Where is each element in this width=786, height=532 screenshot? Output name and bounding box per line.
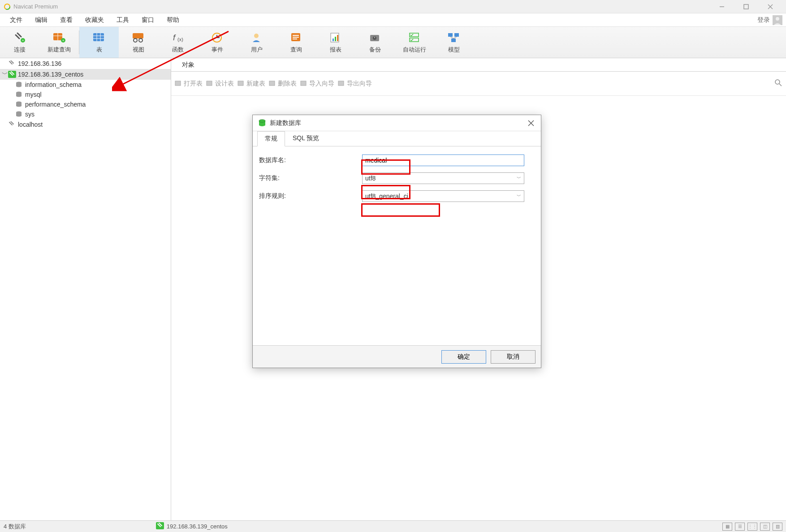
new-table-button[interactable]: 新建表 xyxy=(238,80,265,88)
menu-view[interactable]: 查看 xyxy=(54,14,79,26)
svg-rect-34 xyxy=(333,39,334,41)
search-icon[interactable] xyxy=(774,79,782,88)
dialog-titlebar[interactable]: 新建数据库 xyxy=(253,115,541,131)
window-minimize-icon[interactable] xyxy=(715,0,729,13)
toolbar-label: 新建查询 xyxy=(48,46,71,54)
delete-table-button[interactable]: 删除表 xyxy=(269,80,297,88)
svg-rect-43 xyxy=(454,33,459,37)
connection-item[interactable]: 192.168.36.136 xyxy=(0,58,171,69)
svg-text:+: + xyxy=(62,39,65,43)
svg-rect-20 xyxy=(133,33,143,39)
svg-text:+: + xyxy=(22,39,24,43)
charset-value: utf8 xyxy=(365,175,517,182)
toolbar-automation[interactable]: 自动运行 xyxy=(395,27,434,58)
database-label: mysql xyxy=(25,91,42,98)
menu-favorites[interactable]: 收藏夹 xyxy=(79,14,110,26)
toolbar-label: 备份 xyxy=(369,46,381,54)
menu-window[interactable]: 窗口 xyxy=(135,14,160,26)
object-toolbar: 打开表 设计表 新建表 删除表 导入向导 导出向导 xyxy=(171,72,786,96)
status-db-count: 4 数据库 xyxy=(4,523,26,531)
svg-rect-55 xyxy=(269,81,275,86)
toolbar-table[interactable]: 表 xyxy=(79,27,119,58)
dialog-title: 新建数据库 xyxy=(270,119,527,127)
view-icon xyxy=(132,31,145,44)
collation-select[interactable]: utf8_general_ci ﹀ xyxy=(362,190,524,202)
status-bar: 4 数据库 192.168.36.139_centos ▦ ☰ ⋮⋮ ◫ ▥ xyxy=(0,520,786,532)
view-grid-icon[interactable]: ▦ xyxy=(722,523,732,531)
database-item[interactable]: sys xyxy=(0,109,171,119)
backup-icon xyxy=(368,31,382,44)
open-table-button[interactable]: 打开表 xyxy=(175,80,203,88)
window-close-icon[interactable] xyxy=(764,0,777,13)
view-side-icon[interactable]: ▥ xyxy=(773,523,782,531)
object-tab[interactable]: 对象 xyxy=(171,58,786,72)
view-panel-icon[interactable]: ◫ xyxy=(760,523,770,531)
toolbar-connection[interactable]: + 连接 xyxy=(0,27,39,58)
query-icon xyxy=(289,31,303,44)
svg-rect-53 xyxy=(207,81,212,86)
menu-tools[interactable]: 工具 xyxy=(110,14,135,26)
dialog-close-icon[interactable] xyxy=(527,119,536,128)
connection-label: 192.168.36.136 xyxy=(18,60,61,67)
toolbar-label: 函数 xyxy=(172,46,184,54)
toolbar-label: 视图 xyxy=(133,46,144,54)
svg-point-58 xyxy=(775,80,780,84)
import-wizard-button[interactable]: 导入向导 xyxy=(300,80,334,88)
toolbar-user[interactable]: 用户 xyxy=(237,27,276,58)
dialog-body: 数据库名: 字符集: utf8 ﹀ 排序规则: utf8_general_ci … xyxy=(253,146,541,345)
toolbar-label: 事件 xyxy=(212,46,223,54)
menu-edit[interactable]: 编辑 xyxy=(29,14,54,26)
svg-rect-57 xyxy=(338,81,344,86)
window-maximize-icon[interactable] xyxy=(739,0,753,13)
svg-rect-54 xyxy=(238,81,243,86)
svg-rect-44 xyxy=(451,39,456,42)
dialog-footer: 确定 取消 xyxy=(253,345,541,368)
database-item[interactable]: performance_schema xyxy=(0,99,171,109)
design-table-button[interactable]: 设计表 xyxy=(206,80,234,88)
database-item[interactable]: mysql xyxy=(0,90,171,99)
charset-select[interactable]: utf8 ﹀ xyxy=(362,172,524,184)
svg-rect-32 xyxy=(293,39,297,39)
status-connection: 192.168.36.139_centos xyxy=(167,523,228,530)
user-avatar-icon[interactable] xyxy=(773,15,782,25)
toolbar-query[interactable]: 查询 xyxy=(276,27,316,58)
database-label: performance_schema xyxy=(25,101,86,108)
chevron-down-icon: ﹀ xyxy=(517,193,521,199)
toolbar-label: 模型 xyxy=(448,46,460,54)
table-plus-icon: + xyxy=(52,31,66,44)
toolbar-model[interactable]: 模型 xyxy=(434,27,474,58)
tab-sql-preview[interactable]: SQL 预览 xyxy=(285,131,327,146)
connection-item[interactable]: localhost xyxy=(0,119,171,130)
menu-help[interactable]: 帮助 xyxy=(160,14,186,26)
toolbar-function[interactable]: f(x) 函数 xyxy=(158,27,198,58)
login-link[interactable]: 登录 xyxy=(757,16,770,24)
toolbar-backup[interactable]: 备份 xyxy=(355,27,395,58)
plug-icon xyxy=(8,71,16,78)
menu-file[interactable]: 文件 xyxy=(4,14,29,26)
toolbar-label: 自动运行 xyxy=(403,46,426,54)
clock-icon xyxy=(211,31,224,44)
app-title: Navicat Premium xyxy=(13,3,715,10)
toolbar-view[interactable]: 视图 xyxy=(119,27,158,58)
new-database-dialog: 新建数据库 常规 SQL 预览 数据库名: 字符集: utf8 ﹀ 排序规则: … xyxy=(252,115,541,368)
svg-rect-35 xyxy=(335,37,336,41)
view-detail-icon[interactable]: ⋮⋮ xyxy=(747,523,757,531)
ok-button[interactable]: 确定 xyxy=(441,350,486,364)
report-icon xyxy=(329,31,342,44)
toolbar-new-query[interactable]: + 新建查询 xyxy=(39,27,79,58)
tab-general[interactable]: 常规 xyxy=(257,131,285,146)
toolbar-report[interactable]: 报表 xyxy=(316,27,355,58)
connection-item-active[interactable]: ﹀ 192.168.36.139_centos xyxy=(0,69,171,80)
database-name-input[interactable] xyxy=(362,154,524,166)
database-icon xyxy=(258,119,266,127)
export-wizard-button[interactable]: 导出向导 xyxy=(338,80,372,88)
view-list-icon[interactable]: ☰ xyxy=(735,523,745,531)
svg-rect-36 xyxy=(337,35,338,41)
database-icon xyxy=(15,101,23,107)
cancel-button[interactable]: 取消 xyxy=(491,350,536,364)
toolbar-event[interactable]: 事件 xyxy=(198,27,237,58)
menu-bar: 文件 编辑 查看 收藏夹 工具 窗口 帮助 登录 xyxy=(0,13,786,27)
chevron-down-icon[interactable]: ﹀ xyxy=(2,70,8,78)
svg-text:(x): (x) xyxy=(177,37,183,42)
database-item[interactable]: information_schema xyxy=(0,80,171,90)
